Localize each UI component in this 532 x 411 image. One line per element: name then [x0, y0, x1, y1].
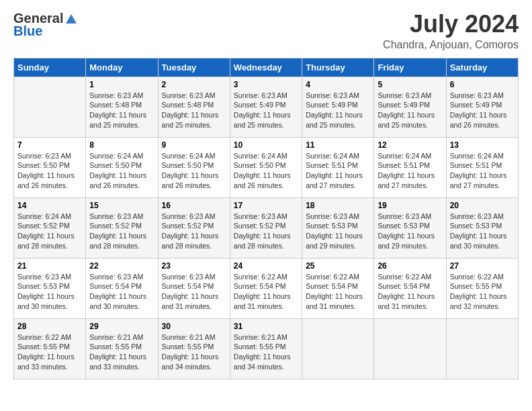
calendar-cell: 21Sunrise: 6:23 AMSunset: 5:53 PMDayligh… [14, 258, 86, 318]
day-number: 18 [306, 201, 370, 210]
calendar-cell: 19Sunrise: 6:23 AMSunset: 5:53 PMDayligh… [374, 197, 446, 258]
week-row-4: 21Sunrise: 6:23 AMSunset: 5:53 PMDayligh… [14, 258, 519, 318]
day-number: 20 [450, 201, 515, 210]
day-number: 8 [89, 140, 154, 150]
weekday-header-tuesday: Tuesday [158, 58, 230, 77]
day-number: 9 [162, 140, 226, 150]
day-number: 26 [378, 261, 442, 271]
day-number: 19 [378, 201, 442, 210]
calendar-cell: 9Sunrise: 6:24 AMSunset: 5:50 PMDaylight… [158, 137, 230, 197]
day-number: 23 [162, 261, 226, 271]
day-info: Sunrise: 6:21 AMSunset: 5:55 PMDaylight:… [162, 332, 226, 372]
day-info: Sunrise: 6:24 AMSunset: 5:51 PMDaylight:… [450, 151, 515, 191]
calendar-cell: 18Sunrise: 6:23 AMSunset: 5:53 PMDayligh… [302, 197, 374, 258]
week-row-3: 14Sunrise: 6:24 AMSunset: 5:52 PMDayligh… [14, 197, 519, 258]
day-number: 10 [234, 140, 298, 150]
calendar-cell: 10Sunrise: 6:24 AMSunset: 5:50 PMDayligh… [230, 137, 302, 197]
calendar-table: SundayMondayTuesdayWednesdayThursdayFrid… [13, 58, 519, 379]
calendar-cell: 26Sunrise: 6:22 AMSunset: 5:54 PMDayligh… [374, 258, 446, 318]
day-info: Sunrise: 6:23 AMSunset: 5:48 PMDaylight:… [89, 91, 154, 130]
calendar-cell: 1Sunrise: 6:23 AMSunset: 5:48 PMDaylight… [86, 77, 158, 137]
day-number: 1 [89, 80, 154, 89]
calendar-cell: 8Sunrise: 6:24 AMSunset: 5:50 PMDaylight… [86, 137, 158, 197]
day-number: 17 [234, 201, 298, 210]
calendar-cell: 31Sunrise: 6:21 AMSunset: 5:55 PMDayligh… [230, 318, 302, 379]
day-number: 6 [450, 80, 515, 89]
calendar-cell: 13Sunrise: 6:24 AMSunset: 5:51 PMDayligh… [446, 137, 518, 197]
day-info: Sunrise: 6:23 AMSunset: 5:53 PMDaylight:… [378, 212, 442, 251]
day-info: Sunrise: 6:23 AMSunset: 5:52 PMDaylight:… [234, 212, 298, 251]
calendar-cell: 29Sunrise: 6:21 AMSunset: 5:55 PMDayligh… [86, 318, 158, 379]
day-info: Sunrise: 6:23 AMSunset: 5:53 PMDaylight:… [450, 212, 515, 251]
week-row-2: 7Sunrise: 6:23 AMSunset: 5:50 PMDaylight… [14, 137, 519, 197]
calendar-cell: 7Sunrise: 6:23 AMSunset: 5:50 PMDaylight… [14, 137, 86, 197]
day-info: Sunrise: 6:21 AMSunset: 5:55 PMDaylight:… [234, 332, 298, 372]
calendar-cell: 14Sunrise: 6:24 AMSunset: 5:52 PMDayligh… [14, 197, 86, 258]
day-number: 3 [234, 80, 298, 89]
calendar-cell: 24Sunrise: 6:22 AMSunset: 5:54 PMDayligh… [230, 258, 302, 318]
day-number: 24 [234, 261, 298, 271]
calendar-cell: 4Sunrise: 6:23 AMSunset: 5:49 PMDaylight… [302, 77, 374, 137]
day-info: Sunrise: 6:23 AMSunset: 5:54 PMDaylight:… [162, 272, 226, 312]
calendar-cell: 2Sunrise: 6:23 AMSunset: 5:48 PMDaylight… [158, 77, 230, 137]
calendar-cell [302, 318, 374, 379]
day-number: 21 [17, 261, 82, 271]
calendar-cell: 15Sunrise: 6:23 AMSunset: 5:52 PMDayligh… [86, 197, 158, 258]
day-info: Sunrise: 6:23 AMSunset: 5:48 PMDaylight:… [162, 91, 226, 130]
calendar-cell [14, 77, 86, 137]
day-number: 13 [450, 140, 515, 150]
weekday-header-monday: Monday [86, 58, 158, 77]
logo-blue: Blue [13, 24, 42, 39]
day-info: Sunrise: 6:23 AMSunset: 5:49 PMDaylight:… [306, 91, 370, 130]
day-number: 15 [89, 201, 154, 210]
calendar-cell: 30Sunrise: 6:21 AMSunset: 5:55 PMDayligh… [158, 318, 230, 379]
day-info: Sunrise: 6:23 AMSunset: 5:49 PMDaylight:… [450, 91, 515, 130]
week-row-1: 1Sunrise: 6:23 AMSunset: 5:48 PMDaylight… [14, 77, 519, 137]
day-info: Sunrise: 6:24 AMSunset: 5:50 PMDaylight:… [234, 151, 298, 191]
day-number: 11 [306, 140, 370, 150]
day-info: Sunrise: 6:23 AMSunset: 5:49 PMDaylight:… [234, 91, 298, 130]
day-info: Sunrise: 6:22 AMSunset: 5:54 PMDaylight:… [306, 272, 370, 312]
weekday-header-wednesday: Wednesday [230, 58, 302, 77]
weekday-header-row: SundayMondayTuesdayWednesdayThursdayFrid… [14, 58, 519, 77]
calendar-cell: 12Sunrise: 6:24 AMSunset: 5:51 PMDayligh… [374, 137, 446, 197]
title-block: July 2024 Chandra, Anjouan, Comoros [383, 11, 519, 51]
calendar-cell: 28Sunrise: 6:22 AMSunset: 5:55 PMDayligh… [14, 318, 86, 379]
page-header: General Blue July 2024 Chandra, Anjouan,… [13, 11, 519, 51]
day-info: Sunrise: 6:23 AMSunset: 5:53 PMDaylight:… [17, 272, 82, 312]
calendar-cell: 23Sunrise: 6:23 AMSunset: 5:54 PMDayligh… [158, 258, 230, 318]
day-number: 28 [17, 322, 82, 331]
day-number: 29 [89, 322, 154, 331]
logo-icon [64, 11, 78, 25]
month-title: July 2024 [383, 11, 519, 38]
calendar-cell: 3Sunrise: 6:23 AMSunset: 5:49 PMDaylight… [230, 77, 302, 137]
day-info: Sunrise: 6:24 AMSunset: 5:50 PMDaylight:… [162, 151, 226, 191]
day-info: Sunrise: 6:24 AMSunset: 5:51 PMDaylight:… [306, 151, 370, 191]
weekday-header-sunday: Sunday [14, 58, 86, 77]
day-number: 4 [306, 80, 370, 89]
calendar-cell [446, 318, 518, 379]
day-number: 30 [162, 322, 226, 331]
day-info: Sunrise: 6:23 AMSunset: 5:52 PMDaylight:… [162, 212, 226, 251]
calendar-cell: 11Sunrise: 6:24 AMSunset: 5:51 PMDayligh… [302, 137, 374, 197]
day-info: Sunrise: 6:23 AMSunset: 5:50 PMDaylight:… [17, 151, 82, 191]
calendar-cell: 6Sunrise: 6:23 AMSunset: 5:49 PMDaylight… [446, 77, 518, 137]
weekday-header-friday: Friday [374, 58, 446, 77]
day-info: Sunrise: 6:22 AMSunset: 5:54 PMDaylight:… [234, 272, 298, 312]
day-number: 16 [162, 201, 226, 210]
day-info: Sunrise: 6:21 AMSunset: 5:55 PMDaylight:… [89, 332, 154, 372]
calendar-cell: 22Sunrise: 6:23 AMSunset: 5:54 PMDayligh… [86, 258, 158, 318]
day-info: Sunrise: 6:23 AMSunset: 5:52 PMDaylight:… [89, 212, 154, 251]
logo: General Blue [13, 11, 78, 39]
weekday-header-thursday: Thursday [302, 58, 374, 77]
location-title: Chandra, Anjouan, Comoros [383, 39, 519, 51]
day-number: 2 [162, 80, 226, 89]
calendar-cell: 16Sunrise: 6:23 AMSunset: 5:52 PMDayligh… [158, 197, 230, 258]
calendar-cell: 20Sunrise: 6:23 AMSunset: 5:53 PMDayligh… [446, 197, 518, 258]
day-number: 12 [378, 140, 442, 150]
calendar-cell: 25Sunrise: 6:22 AMSunset: 5:54 PMDayligh… [302, 258, 374, 318]
calendar-body: 1Sunrise: 6:23 AMSunset: 5:48 PMDaylight… [14, 77, 519, 379]
day-number: 27 [450, 261, 515, 271]
calendar-cell: 27Sunrise: 6:22 AMSunset: 5:55 PMDayligh… [446, 258, 518, 318]
calendar-cell: 5Sunrise: 6:23 AMSunset: 5:49 PMDaylight… [374, 77, 446, 137]
